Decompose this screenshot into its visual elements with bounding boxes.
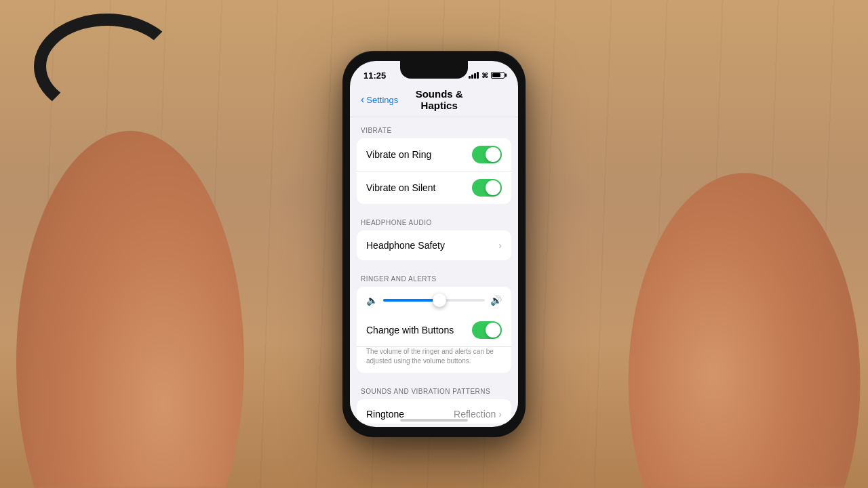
status-icons: ⌘ [469, 72, 505, 79]
vibrate-group: Vibrate on Ring Vibrate on Silent [357, 138, 511, 204]
ringtone-value: Reflection [454, 409, 496, 420]
back-button[interactable]: ‹ Settings [361, 94, 398, 106]
navigation-bar: ‹ Settings Sounds & Haptics [350, 85, 518, 117]
page-title: Sounds & Haptics [398, 88, 480, 111]
notch [400, 61, 468, 79]
status-time: 11:25 [363, 70, 386, 81]
chevron-right-icon: › [498, 409, 502, 420]
change-with-buttons-row[interactable]: Change with Buttons [357, 314, 511, 347]
headphone-safety-row[interactable]: Headphone Safety › [357, 230, 511, 260]
back-label: Settings [366, 95, 398, 105]
wifi-icon: ⌘ [481, 72, 488, 79]
phone-case: 11:25 ⌘ ‹ Se [342, 51, 526, 437]
headphone-safety-label: Headphone Safety [366, 240, 498, 251]
ringer-group: 🔈 🔊 Change with Buttons The volume [357, 287, 511, 373]
change-with-buttons-label: Change with Buttons [366, 325, 472, 336]
vibrate-on-ring-row[interactable]: Vibrate on Ring [357, 138, 511, 171]
chevron-right-icon: › [498, 240, 502, 251]
section-header-sounds: SOUNDS AND VIBRATION PATTERNS [350, 378, 518, 399]
vibrate-on-silent-toggle[interactable] [472, 179, 502, 197]
volume-slider-row[interactable]: 🔈 🔊 [357, 287, 511, 314]
volume-low-icon: 🔈 [366, 295, 378, 306]
ringtone-label: Ringtone [366, 409, 454, 420]
vibrate-on-ring-toggle[interactable] [472, 146, 502, 163]
volume-slider-track[interactable] [383, 299, 485, 302]
volume-high-icon: 🔊 [490, 295, 502, 306]
phone-screen: 11:25 ⌘ ‹ Se [350, 61, 518, 427]
section-header-ringer: RINGER AND ALERTS [350, 266, 518, 287]
slider-thumb[interactable] [433, 293, 446, 307]
battery-icon [491, 72, 505, 79]
home-indicator [400, 419, 468, 422]
vibrate-on-silent-label: Vibrate on Silent [366, 182, 472, 193]
vibrate-on-ring-label: Vibrate on Ring [366, 149, 472, 160]
section-header-vibrate: VIBRATE [350, 117, 518, 138]
slider-fill [383, 299, 439, 302]
buttons-description: The volume of the ringer and alerts can … [357, 347, 511, 373]
signal-icon [469, 72, 479, 79]
headphone-group: Headphone Safety › [357, 230, 511, 260]
toggle-knob [486, 323, 500, 338]
settings-content: VIBRATE Vibrate on Ring Vibrate on Silen… [350, 117, 518, 424]
section-header-headphone: HEADPHONE AUDIO [350, 209, 518, 230]
chevron-left-icon: ‹ [361, 94, 364, 106]
phone-device: 11:25 ⌘ ‹ Se [342, 51, 526, 437]
change-with-buttons-toggle[interactable] [472, 321, 502, 339]
vibrate-on-silent-row[interactable]: Vibrate on Silent [357, 171, 511, 204]
hand-right [610, 68, 868, 488]
hand-left [0, 27, 298, 488]
toggle-knob [486, 147, 500, 162]
toggle-knob [486, 180, 500, 195]
